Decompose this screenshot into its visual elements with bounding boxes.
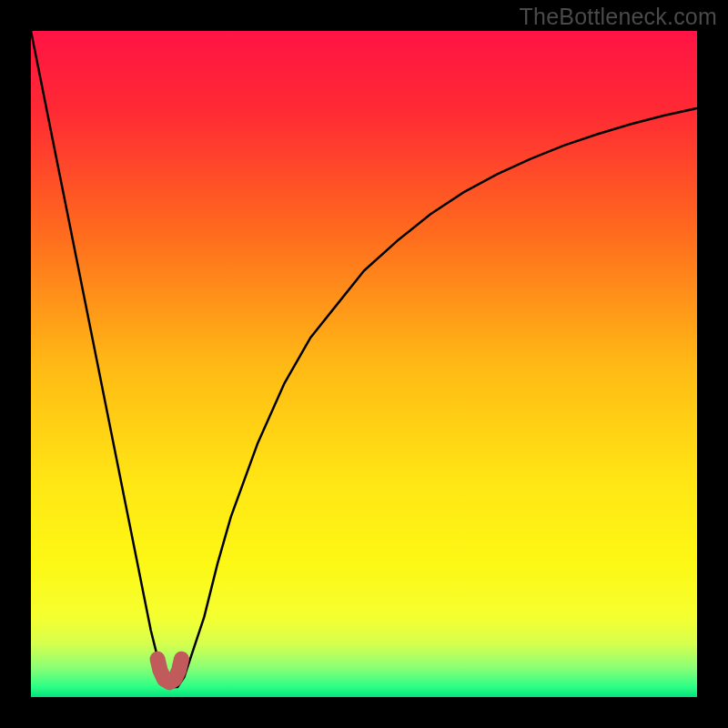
watermark-text: TheBottleneck.com	[520, 4, 717, 30]
chart-frame: TheBottleneck.com	[0, 0, 728, 728]
plot-area	[31, 31, 697, 697]
gradient-background	[31, 31, 697, 697]
chart-svg	[31, 31, 697, 697]
